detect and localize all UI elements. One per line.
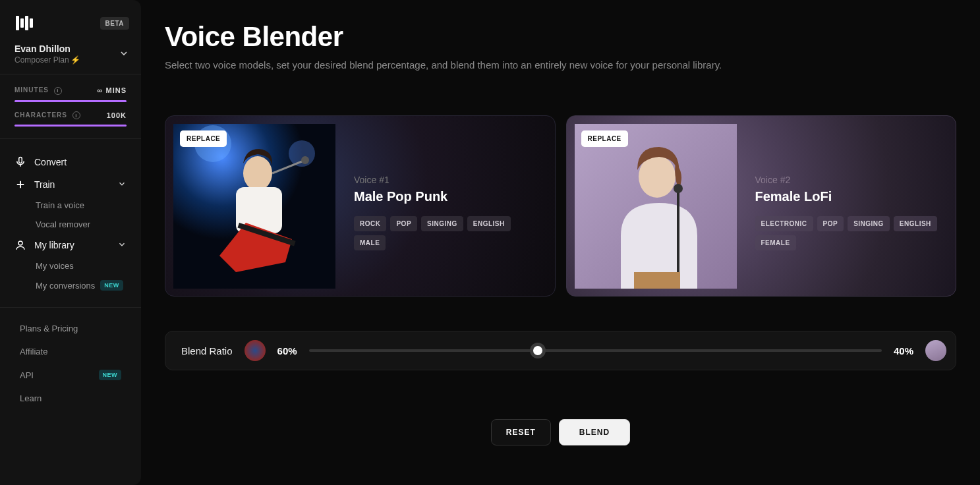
minutes-label: MINUTES i [14, 86, 62, 95]
chevron-down-icon [119, 48, 129, 61]
sidebar-top: BETA [0, 0, 141, 43]
nav-affiliate[interactable]: Affiliate [8, 340, 133, 363]
user-menu[interactable]: Evan Dhillon Composer Plan ⚡ [0, 43, 141, 74]
nav-plans-pricing[interactable]: Plans & Pricing [8, 317, 133, 340]
nav-train[interactable]: Train [8, 173, 133, 196]
nav-convert[interactable]: Convert [8, 151, 133, 173]
blend-right-pct: 40% [894, 345, 913, 357]
voice-1-slot-label: Voice #1 [354, 175, 536, 185]
new-badge: NEW [100, 280, 123, 291]
bolt-icon: ⚡ [71, 55, 80, 65]
tag: POP [390, 216, 417, 231]
user-plan: Composer Plan ⚡ [14, 55, 80, 65]
tag: FEMALE [755, 235, 796, 250]
replace-voice-1-button[interactable]: REPLACE [180, 130, 227, 147]
tag: ROCK [354, 216, 386, 231]
nav-api[interactable]: API NEW [8, 363, 133, 387]
svg-point-11 [301, 156, 309, 164]
page-title: Voice Blender [165, 21, 956, 53]
svg-rect-16 [634, 272, 680, 289]
voice-1-name: Male Pop Punk [354, 189, 536, 204]
blend-button[interactable]: BLEND [559, 419, 630, 445]
chevron-down-icon [117, 179, 127, 190]
microphone-icon [14, 156, 26, 168]
nav-my-library-label: My library [34, 240, 74, 250]
voice-card-1: REPLACE Voice # [165, 115, 556, 297]
voice-card-2: REPLACE Voice #2 Female LoFi [566, 115, 957, 297]
new-badge: NEW [99, 370, 122, 380]
voice-cards: REPLACE Voice # [165, 115, 956, 297]
action-buttons: RESET BLEND [165, 419, 956, 445]
nav-my-voices[interactable]: My voices [8, 256, 133, 275]
blend-slider[interactable] [309, 349, 882, 352]
info-icon[interactable]: i [54, 87, 62, 95]
plus-icon [14, 179, 26, 190]
tag: SINGING [848, 216, 890, 231]
svg-point-15 [674, 184, 683, 193]
info-icon[interactable]: i [72, 111, 80, 119]
replace-voice-2-button[interactable]: REPLACE [581, 130, 628, 147]
blend-ratio-label: Blend Ratio [181, 345, 233, 357]
beta-badge: BETA [100, 17, 129, 30]
voice-2-name: Female LoFi [755, 189, 938, 204]
user-name: Evan Dhillon [14, 43, 80, 54]
blend-left-pct: 60% [277, 345, 297, 357]
singer-guitar-illustration-icon [173, 124, 335, 289]
tag: ELECTRONIC [755, 216, 813, 231]
nav-my-library[interactable]: My library [8, 234, 133, 256]
svg-point-3 [18, 241, 22, 245]
characters-value: 100K [107, 111, 127, 119]
person-icon [14, 239, 26, 251]
nav-vocal-remover[interactable]: Vocal remover [8, 215, 133, 234]
nav-my-conversions[interactable]: My conversions NEW [8, 275, 133, 295]
blend-ratio-bar: Blend Ratio 60% 40% [165, 331, 956, 370]
singer-mic-illustration-icon [575, 124, 737, 289]
tag: ENGLISH [894, 216, 937, 231]
primary-nav: Convert Train Train a voice Vocal remove… [0, 139, 141, 308]
tag: MALE [354, 235, 386, 250]
minutes-value: ∞ MINS [98, 86, 127, 94]
voice-1-avatar-icon [245, 340, 266, 361]
sidebar-footer: Plans & Pricing Affiliate API NEW Learn [0, 308, 141, 419]
voice-1-image: REPLACE [173, 124, 335, 289]
minutes-bar [14, 100, 127, 102]
tag: POP [817, 216, 844, 231]
reset-button[interactable]: RESET [491, 419, 551, 445]
usage-panel: MINUTES i ∞ MINS CHARACTERS i 100K [0, 74, 141, 139]
nav-convert-label: Convert [34, 157, 67, 167]
voice-2-tags: ELECTRONIC POP SINGING ENGLISH FEMALE [755, 216, 938, 250]
characters-label: CHARACTERS i [14, 111, 80, 120]
voice-2-slot-label: Voice #2 [755, 175, 938, 185]
sidebar: BETA Evan Dhillon Composer Plan ⚡ MINUTE… [0, 0, 141, 485]
nav-train-a-voice[interactable]: Train a voice [8, 196, 133, 215]
voice-2-avatar-icon [925, 340, 946, 361]
voice-1-tags: ROCK POP SINGING ENGLISH MALE [354, 216, 536, 250]
characters-bar [14, 125, 127, 127]
nav-train-label: Train [34, 179, 55, 190]
nav-learn[interactable]: Learn [8, 387, 133, 410]
chevron-down-icon [117, 240, 127, 251]
svg-rect-0 [19, 157, 22, 163]
main-content: Voice Blender Select two voice models, s… [141, 0, 980, 485]
app-logo-icon [16, 16, 33, 30]
page-subtitle: Select two voice models, set your desire… [165, 59, 956, 71]
tag: ENGLISH [467, 216, 511, 231]
svg-point-6 [289, 140, 315, 167]
svg-point-13 [639, 156, 676, 198]
tag: SINGING [421, 216, 463, 231]
blend-slider-thumb[interactable] [530, 343, 546, 358]
svg-point-7 [243, 156, 272, 190]
voice-2-image: REPLACE [575, 124, 737, 289]
